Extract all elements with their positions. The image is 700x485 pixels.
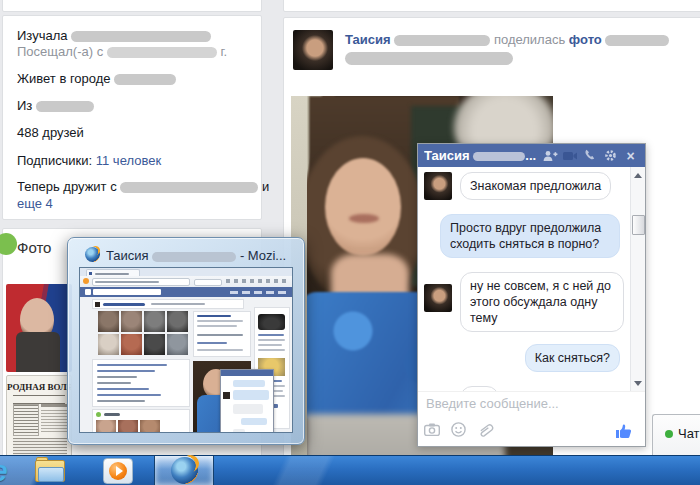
about-lives: Живет в городе <box>17 71 176 86</box>
scroll-up-arrow[interactable] <box>634 173 642 178</box>
smiley-icon[interactable] <box>451 422 469 438</box>
redacted-text <box>473 152 525 161</box>
preview-screenshot <box>79 267 293 433</box>
chat-header[interactable]: Таисия ... × <box>418 144 645 167</box>
preview-fb-nav-links <box>230 291 286 294</box>
chat-message: Как сняться? <box>424 344 624 372</box>
desktop-screen: Изучала Посещал(-а) с г. Живет в городе … <box>0 0 700 485</box>
paperclip-icon[interactable] <box>478 422 496 438</box>
preview-photo <box>167 334 188 355</box>
firefox-icon <box>171 457 198 484</box>
outgoing-bubble: Как сняться? <box>525 344 620 372</box>
redacted-text <box>345 52 513 65</box>
outgoing-bubble: Просто вдруг предолжила сходить сняться … <box>440 214 620 258</box>
thumbs-up-icon[interactable] <box>615 422 635 438</box>
taskbar-media-player-button[interactable] <box>96 456 140 485</box>
about-followers: Подписчики: 11 человек <box>17 153 161 168</box>
about-attended: Посещал(-а) с г. <box>17 44 227 59</box>
preview-url-text <box>95 281 159 283</box>
preview-back-button <box>83 278 89 284</box>
preview-mini-avatar <box>95 302 100 307</box>
about-friends: 488 друзей <box>17 125 84 140</box>
photo-thumbnail[interactable] <box>6 284 72 372</box>
settings-gear-icon[interactable] <box>602 148 619 163</box>
preview-tab-favicon <box>89 272 92 275</box>
preview-name-strip <box>92 299 244 309</box>
photos-card-title: Фото <box>17 239 51 256</box>
main-top-card-sliver <box>283 0 700 12</box>
windows-media-player-icon <box>103 458 133 484</box>
phone-call-icon[interactable] <box>582 148 599 163</box>
preview-profile-name <box>103 303 145 306</box>
preview-search-field <box>194 279 222 286</box>
redacted-text <box>114 74 176 85</box>
redacted-text <box>36 101 94 112</box>
preview-photo <box>121 311 142 332</box>
post-photo-link[interactable]: фото <box>569 32 602 47</box>
redacted-text <box>71 31 211 42</box>
preview-fb-logo <box>85 289 91 295</box>
preview-tab-title <box>95 273 129 275</box>
portrait-body <box>16 332 60 372</box>
about-more-friends: еще 4 <box>17 196 53 211</box>
windows-taskbar <box>0 455 700 485</box>
incoming-bubble: ну не совсем, я с ней до этого обсуждала… <box>460 272 624 332</box>
preview-facebook-bar <box>80 287 292 297</box>
post-header-line2 <box>345 50 513 65</box>
redacted-text <box>107 47 217 58</box>
online-status-dot <box>665 430 673 438</box>
add-person-icon[interactable] <box>542 148 559 163</box>
video-call-icon[interactable] <box>562 148 579 163</box>
newspaper-text <box>41 410 67 432</box>
post-author-avatar[interactable] <box>293 30 333 70</box>
internet-explorer-icon[interactable]: e <box>0 454 8 485</box>
chat-sidebar-label: Чат <box>678 426 700 441</box>
preview-ad-car-image <box>258 314 285 330</box>
redacted-text <box>152 252 236 262</box>
newspaper-rule <box>13 395 65 404</box>
chat-footer <box>418 391 645 446</box>
chat-message: ну не совсем, я с ней до этого обсуждала… <box>424 272 624 332</box>
windows-explorer-icon <box>35 460 65 482</box>
taskbar-firefox-button[interactable] <box>154 456 214 485</box>
profile-about-card: Изучала Посещал(-а) с г. Живет в городе … <box>2 15 262 220</box>
chat-avatar <box>424 172 452 200</box>
newspaper-column <box>13 404 39 436</box>
message-input[interactable] <box>424 395 628 412</box>
chat-scrollbar[interactable] <box>630 167 645 392</box>
preview-photo <box>144 311 165 332</box>
chat-sidebar-toggle[interactable]: Чат <box>652 414 700 457</box>
scroll-thumb[interactable] <box>632 215 645 235</box>
photo-woman-smile <box>349 214 379 223</box>
preview-toolbar-icons <box>226 279 288 283</box>
taskbar-preview-window[interactable]: Таисия - Mozi... <box>67 237 305 445</box>
preview-left-sidebar <box>92 359 190 407</box>
chat-message: Просто вдруг предолжила сходить сняться … <box>424 214 624 258</box>
preview-post-card <box>193 311 251 357</box>
post-author-link[interactable]: Таисия <box>345 32 391 47</box>
incoming-bubble: Знакомая предложила <box>460 172 611 200</box>
preview-photos-card <box>92 409 190 433</box>
preview-photo <box>121 334 142 355</box>
preview-url-field <box>92 278 190 286</box>
preview-photo <box>144 334 165 355</box>
preview-window-title: Таисия - Mozi... <box>106 248 294 263</box>
preview-photo <box>98 311 119 332</box>
more-friends-link[interactable]: еще 4 <box>17 196 53 211</box>
camera-icon[interactable] <box>424 422 442 438</box>
preview-photo <box>98 334 119 355</box>
preview-profile-tabs <box>151 303 205 305</box>
about-now-friends: Теперь дружит с и <box>17 179 269 194</box>
redacted-text <box>605 35 669 46</box>
firefox-icon <box>85 247 100 262</box>
followers-link[interactable]: 11 человек <box>96 153 161 168</box>
photo-woman-face <box>325 158 401 256</box>
left-card-top-sliver <box>2 0 262 12</box>
scroll-down-arrow[interactable] <box>634 381 642 386</box>
taskbar-explorer-button[interactable] <box>28 456 72 485</box>
preview-fb-search <box>93 289 161 295</box>
redacted-text <box>120 182 258 193</box>
close-icon[interactable]: × <box>622 148 639 163</box>
redacted-text <box>394 35 490 46</box>
newspaper-masthead: РОДНАЯ ВОЛЯ <box>7 382 71 392</box>
